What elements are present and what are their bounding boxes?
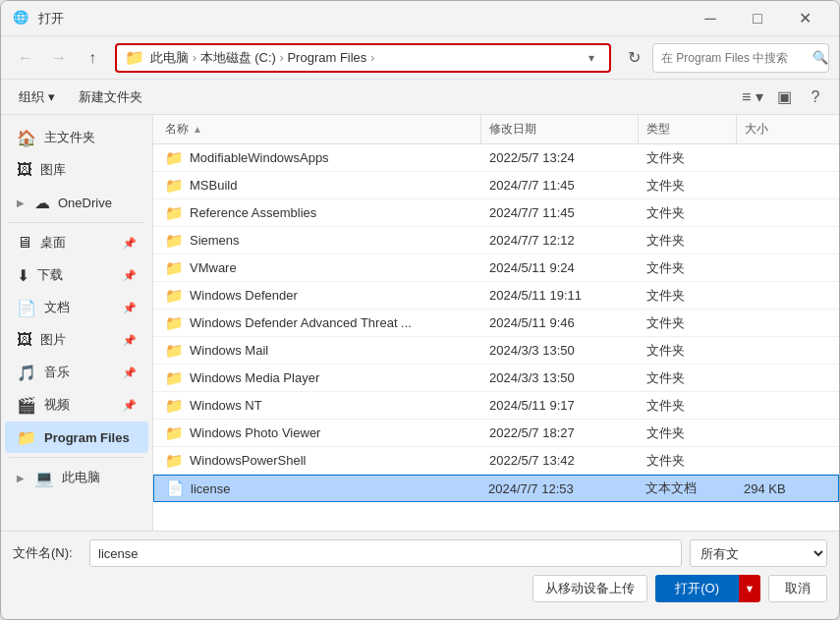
sidebar-item-downloads[interactable]: ⬇ 下载 📌 (5, 259, 148, 291)
open-dropdown-arrow-button[interactable] (739, 575, 760, 602)
folder-icon: 📁 (165, 177, 184, 195)
file-type-cell: 文本文档 (638, 479, 736, 497)
search-box[interactable]: 🔍 (652, 43, 829, 73)
close-button[interactable]: ✕ (782, 1, 827, 36)
table-row[interactable]: 📁Windows Photo Viewer 2022/5/7 18:27 文件夹 (153, 420, 839, 447)
table-row[interactable]: 📁Windows Defender 2024/5/11 19:11 文件夹 (153, 282, 839, 310)
table-row[interactable]: 📄license 2024/7/7 12:53 文本文档 294 KB (153, 475, 839, 502)
address-dropdown-button[interactable]: ▾ (582, 48, 601, 68)
file-type-cell: 文件夹 (639, 314, 737, 332)
sidebar-item-pictures[interactable]: 🖼 图片 📌 (5, 324, 148, 356)
documents-icon: 📄 (17, 299, 36, 317)
table-row[interactable]: 📁Windows NT 2024/5/11 9:17 文件夹 (153, 392, 839, 420)
filetype-select[interactable]: 所有文 (690, 539, 827, 567)
file-type-cell: 文件夹 (639, 204, 737, 222)
sidebar-item-desktop[interactable]: 🖥 桌面 📌 (5, 227, 148, 258)
file-date-cell: 2024/3/3 13:50 (481, 343, 639, 358)
desktop-icon: 🖥 (17, 234, 32, 252)
action-row: 从移动设备上传 打开(O) 取消 (13, 575, 827, 602)
filename-input[interactable] (89, 539, 682, 567)
sidebar-item-videos[interactable]: 🎬 视频 📌 (5, 389, 148, 421)
sidebar-item-home[interactable]: 🏠 主文件夹 (5, 122, 148, 153)
file-date-cell: 2022/5/7 13:42 (481, 453, 639, 468)
file-date-cell: 2024/5/11 9:24 (481, 260, 639, 275)
up-button[interactable]: ↑ (78, 43, 107, 73)
search-icon: 🔍 (812, 50, 828, 65)
navigation-toolbar: ← → ↑ 📁 此电脑 › 本地磁盘 (C:) › Program Files … (1, 36, 839, 80)
table-row[interactable]: 📁Windows Mail 2024/3/3 13:50 文件夹 (153, 337, 839, 365)
music-icon: 🎵 (17, 364, 36, 382)
folder-icon: 📁 (165, 149, 184, 167)
table-row[interactable]: 📁ModifiableWindowsApps 2022/5/7 13:24 文件… (153, 144, 839, 172)
address-bar[interactable]: 📁 此电脑 › 本地磁盘 (C:) › Program Files › ▾ (115, 43, 611, 73)
file-list-header: 名称 ▲ 修改日期 类型 大小 (153, 115, 839, 144)
sidebar-item-onedrive[interactable]: ▶ ☁ OneDrive (5, 187, 148, 218)
table-row[interactable]: 📁Windows Defender Advanced Threat ... 20… (153, 310, 839, 337)
maximize-button[interactable]: □ (735, 1, 780, 36)
file-date-cell: 2022/5/7 13:24 (481, 150, 639, 165)
table-row[interactable]: 📁Siemens 2024/7/7 12:12 文件夹 (153, 227, 839, 254)
pin-icon-5: 📌 (123, 366, 137, 379)
file-type-cell: 文件夹 (639, 452, 737, 470)
col-header-date[interactable]: 修改日期 (481, 115, 639, 143)
open-button-group: 打开(O) (655, 575, 760, 602)
file-name-cell: 📁VMware (157, 259, 481, 277)
pictures-icon: 🖼 (17, 331, 32, 349)
pin-icon-4: 📌 (123, 334, 137, 347)
table-row[interactable]: 📁MSBuild 2024/7/7 11:45 文件夹 (153, 172, 839, 199)
refresh-button[interactable]: ↻ (619, 43, 648, 73)
this-pc-expand-icon: ▶ (17, 473, 25, 483)
folder-icon: 📁 (165, 259, 184, 277)
main-content: 🏠 主文件夹 🖼 图库 ▶ ☁ OneDrive 🖥 桌面 📌 ⬇ 下载 (1, 115, 839, 531)
sidebar-downloads-label: 下载 (37, 266, 63, 284)
organize-button[interactable]: 组织 ▾ (11, 85, 63, 110)
sidebar-item-documents[interactable]: 📄 文档 📌 (5, 292, 148, 323)
file-dialog-window: 🌐 打开 ─ □ ✕ ← → ↑ 📁 此电脑 › 本地磁盘 (C:) › Pro… (0, 0, 840, 620)
sidebar-desktop-label: 桌面 (40, 234, 66, 252)
sidebar-music-label: 音乐 (44, 364, 70, 381)
file-date-cell: 2024/3/3 13:50 (481, 370, 639, 385)
new-folder-button[interactable]: 新建文件夹 (71, 85, 150, 110)
window-controls: ─ □ ✕ (688, 1, 827, 36)
open-button[interactable]: 打开(O) (655, 575, 739, 602)
cancel-button[interactable]: 取消 (768, 575, 827, 602)
table-row[interactable]: 📁WindowsPowerShell 2022/5/7 13:42 文件夹 (153, 447, 839, 475)
minimize-button[interactable]: ─ (688, 1, 733, 36)
search-input[interactable] (661, 51, 809, 65)
view-panel-button[interactable]: ▣ (770, 84, 798, 111)
file-type-cell: 文件夹 (639, 287, 737, 305)
sidebar-item-music[interactable]: 🎵 音乐 📌 (5, 357, 148, 388)
sidebar-item-program-files[interactable]: 📁 Program Files (5, 422, 148, 453)
table-row[interactable]: 📁Reference Assemblies 2024/7/7 11:45 文件夹 (153, 199, 839, 227)
back-button[interactable]: ← (11, 43, 40, 73)
file-date-cell: 2024/7/7 12:12 (481, 233, 639, 248)
sidebar-item-this-pc[interactable]: ▶ 💻 此电脑 (5, 462, 148, 493)
folder-icon: 📁 (165, 342, 184, 360)
folder-icon: 📁 (17, 428, 36, 447)
folder-icon: 📁 (165, 287, 184, 305)
upload-button[interactable]: 从移动设备上传 (532, 575, 647, 602)
file-date-cell: 2024/7/7 11:45 (481, 178, 639, 193)
col-header-size[interactable]: 大小 (737, 115, 835, 143)
folder-icon: 📁 (165, 452, 184, 470)
view-list-button[interactable]: ≡ ▾ (739, 84, 766, 111)
forward-button[interactable]: → (44, 43, 74, 73)
help-button[interactable]: ? (802, 84, 829, 111)
sidebar: 🏠 主文件夹 🖼 图库 ▶ ☁ OneDrive 🖥 桌面 📌 ⬇ 下载 (1, 115, 153, 531)
address-part-2: 本地磁盘 (C:) (200, 50, 276, 65)
file-date-cell: 2024/7/7 12:53 (480, 481, 638, 496)
action-bar: 组织 ▾ 新建文件夹 ≡ ▾ ▣ ? (1, 80, 839, 115)
pin-icon-3: 📌 (123, 302, 137, 314)
file-name-cell: 📁Windows NT (157, 397, 481, 415)
title-bar: 🌐 打开 ─ □ ✕ (1, 1, 839, 36)
videos-icon: 🎬 (17, 396, 36, 415)
address-part-3: Program Files (287, 50, 366, 65)
sidebar-item-gallery[interactable]: 🖼 图库 (5, 154, 148, 186)
col-header-name[interactable]: 名称 ▲ (157, 115, 481, 143)
file-type-cell: 文件夹 (639, 177, 737, 195)
table-row[interactable]: 📁Windows Media Player 2024/3/3 13:50 文件夹 (153, 365, 839, 392)
col-header-type[interactable]: 类型 (639, 115, 737, 143)
gallery-icon: 🖼 (17, 161, 32, 179)
table-row[interactable]: 📁VMware 2024/5/11 9:24 文件夹 (153, 254, 839, 282)
folder-icon: 📁 (165, 369, 184, 387)
